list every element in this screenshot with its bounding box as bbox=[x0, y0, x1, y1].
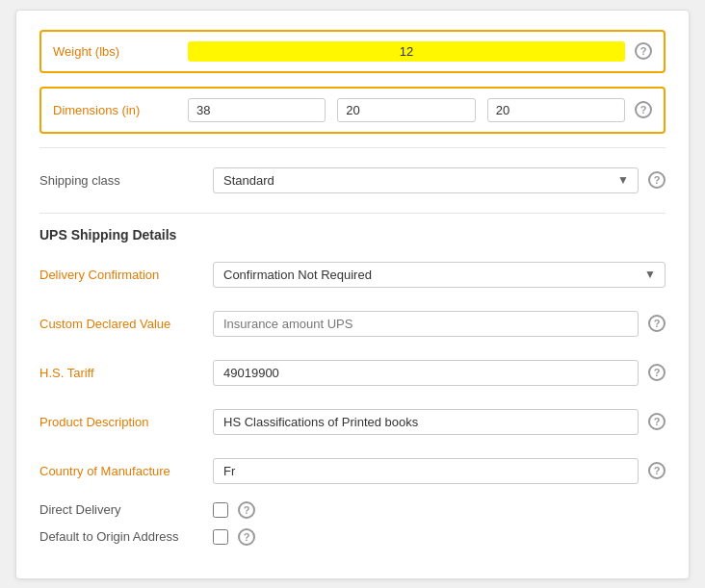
direct-delivery-label: Direct Delivery bbox=[39, 502, 203, 517]
product-description-input[interactable] bbox=[213, 409, 639, 435]
dimensions-input-height[interactable] bbox=[487, 98, 625, 122]
product-description-help-icon[interactable]: ? bbox=[648, 413, 666, 430]
default-origin-row: Default to Origin Address ? bbox=[39, 528, 666, 546]
dimensions-input-width[interactable] bbox=[337, 98, 475, 122]
custom-declared-value-label: Custom Declared Value bbox=[39, 317, 203, 331]
dimensions-input-length[interactable] bbox=[188, 98, 326, 122]
hs-tariff-row: H.S. Tariff ? bbox=[39, 354, 666, 392]
weight-label: Weight (lbs) bbox=[53, 44, 178, 59]
weight-row: Weight (lbs) ? bbox=[39, 30, 666, 73]
direct-delivery-checkbox[interactable] bbox=[213, 502, 228, 518]
product-description-row: Product Description ? bbox=[39, 403, 666, 441]
custom-declared-value-help-icon[interactable]: ? bbox=[648, 315, 666, 332]
default-origin-help-icon[interactable]: ? bbox=[238, 528, 255, 546]
default-origin-label: Default to Origin Address bbox=[39, 529, 203, 544]
dimensions-inputs bbox=[188, 98, 625, 122]
custom-declared-value-input[interactable] bbox=[213, 311, 639, 337]
delivery-confirmation-select-wrapper: Confirmation Not Required Delivery Confi… bbox=[213, 262, 666, 288]
country-of-manufacture-help-icon[interactable]: ? bbox=[648, 462, 666, 479]
weight-input-wrapper bbox=[188, 41, 625, 62]
settings-card: Weight (lbs) ? Dimensions (in) ? Shippin… bbox=[15, 10, 690, 579]
default-origin-checkbox[interactable] bbox=[213, 529, 228, 545]
weight-input[interactable] bbox=[188, 41, 625, 62]
hs-tariff-input[interactable] bbox=[213, 360, 639, 386]
shipping-class-row: Shipping class Standard Express Overnigh… bbox=[39, 162, 666, 199]
hs-tariff-label: H.S. Tariff bbox=[39, 366, 203, 380]
direct-delivery-row: Direct Delivery ? bbox=[39, 501, 666, 519]
shipping-class-select-wrapper: Standard Express Overnight ▼ bbox=[213, 167, 639, 193]
custom-declared-value-row: Custom Declared Value ? bbox=[39, 305, 666, 343]
ups-section-title: UPS Shipping Details bbox=[39, 227, 666, 243]
country-of-manufacture-input[interactable] bbox=[213, 458, 639, 484]
delivery-confirmation-label: Delivery Confirmation bbox=[39, 268, 203, 282]
product-description-label: Product Description bbox=[39, 415, 203, 429]
hs-tariff-help-icon[interactable]: ? bbox=[648, 364, 666, 381]
dimensions-label: Dimensions (in) bbox=[53, 103, 178, 117]
country-of-manufacture-label: Country of Manufacture bbox=[39, 464, 203, 478]
weight-help-icon[interactable]: ? bbox=[635, 42, 652, 60]
delivery-confirmation-select[interactable]: Confirmation Not Required Delivery Confi… bbox=[213, 262, 666, 288]
delivery-confirmation-row: Delivery Confirmation Confirmation Not R… bbox=[39, 256, 666, 294]
shipping-class-select[interactable]: Standard Express Overnight bbox=[213, 167, 639, 193]
direct-delivery-help-icon[interactable]: ? bbox=[238, 501, 255, 519]
shipping-class-help-icon[interactable]: ? bbox=[648, 171, 666, 189]
dimensions-row: Dimensions (in) ? bbox=[39, 87, 666, 134]
shipping-class-label: Shipping class bbox=[39, 173, 203, 188]
country-of-manufacture-row: Country of Manufacture ? bbox=[39, 452, 666, 490]
dimensions-help-icon[interactable]: ? bbox=[635, 101, 652, 118]
